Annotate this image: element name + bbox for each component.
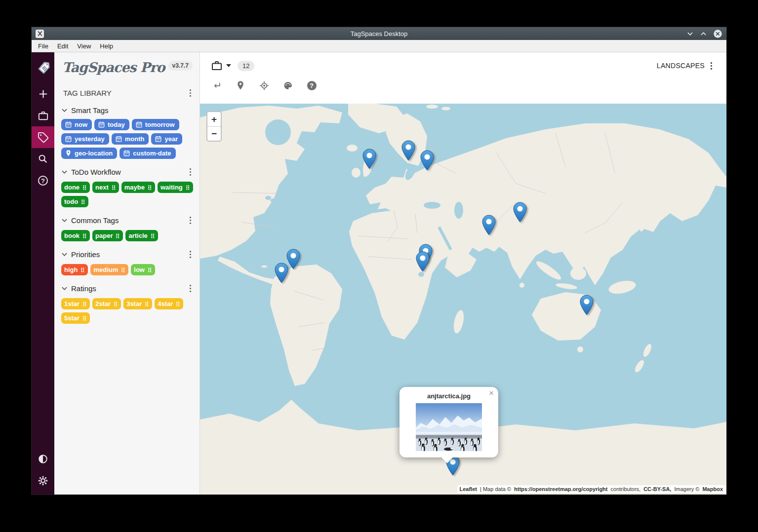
theme-toggle-button[interactable] <box>32 448 54 470</box>
tag-library-menu-button[interactable] <box>188 88 193 98</box>
tag-month[interactable]: month <box>112 133 149 145</box>
tag-2star[interactable]: 2star <box>92 298 121 309</box>
tag-menu-dots-icon[interactable] <box>82 232 87 239</box>
window-titlebar[interactable]: TagSpaces Desktop <box>32 27 726 40</box>
tag-menu-dots-icon[interactable] <box>113 301 118 307</box>
tag-menu-dots-icon[interactable] <box>82 184 87 191</box>
menu-bar: File Edit View Help <box>32 40 726 52</box>
tag-book[interactable]: book <box>61 230 90 241</box>
chevron-down-icon <box>61 218 68 223</box>
map-marker[interactable] <box>580 295 594 315</box>
window-minimize-button[interactable] <box>686 31 694 37</box>
tag-menu-dots-icon[interactable] <box>115 232 120 239</box>
tag-4star[interactable]: 4star <box>155 298 183 309</box>
map-marker[interactable] <box>482 215 496 235</box>
map-marker[interactable] <box>416 251 430 272</box>
location-selector-button[interactable] <box>211 60 231 72</box>
tag-menu-dots-icon[interactable] <box>150 232 155 239</box>
map-marker[interactable] <box>401 140 415 161</box>
perspective-menu-button[interactable] <box>709 61 714 71</box>
tag-now[interactable]: now <box>61 119 92 130</box>
return-arrow-icon <box>212 80 222 91</box>
popup-close-button[interactable]: × <box>489 388 494 398</box>
tag-done[interactable]: done <box>61 182 90 193</box>
group-ratings[interactable]: Ratings <box>54 278 199 296</box>
tag-yesterday[interactable]: yesterday <box>61 133 109 145</box>
locations-button[interactable] <box>32 105 54 126</box>
map-attribution: Leaflet | Map data © https://openstreetm… <box>457 485 726 493</box>
settings-button[interactable] <box>32 470 54 492</box>
menu-file[interactable]: File <box>34 41 53 51</box>
menu-edit[interactable]: Edit <box>53 41 73 51</box>
tag-menu-dots-icon[interactable] <box>185 184 190 191</box>
help-button[interactable]: ? <box>32 170 54 191</box>
osm-copyright-link[interactable]: https://openstreetmap.org/copyright <box>514 486 607 492</box>
map-marker[interactable] <box>286 249 300 269</box>
map-marker[interactable] <box>420 150 434 171</box>
map-marker[interactable] <box>362 149 376 169</box>
group-menu-button[interactable] <box>188 249 193 260</box>
leaflet-link[interactable]: Leaflet <box>460 486 477 492</box>
tag-paper[interactable]: paper <box>92 230 123 241</box>
window-maximize-button[interactable] <box>700 31 707 37</box>
world-map[interactable]: + − anjtarctica.jpg × <box>200 104 726 494</box>
create-new-button[interactable] <box>32 83 54 105</box>
tag-1star[interactable]: 1star <box>61 298 90 309</box>
map-marker[interactable] <box>275 263 288 283</box>
tag-waiting[interactable]: waiting <box>158 182 193 193</box>
popup-thumbnail-image[interactable] <box>416 403 482 451</box>
locate-button[interactable] <box>259 80 269 90</box>
go-back-button[interactable] <box>212 80 222 90</box>
group-menu-button[interactable] <box>188 283 193 294</box>
tag-menu-dots-icon[interactable] <box>80 198 85 205</box>
tag-medium[interactable]: medium <box>90 264 128 275</box>
group-todo-workflow[interactable]: ToDo Workflow <box>54 162 199 179</box>
zoom-out-button[interactable]: − <box>207 126 221 141</box>
tag-menu-dots-icon[interactable] <box>144 301 149 307</box>
tag-menu-dots-icon[interactable] <box>175 301 180 307</box>
group-menu-button[interactable] <box>188 167 193 177</box>
menu-view[interactable]: View <box>73 41 95 51</box>
tag-5star[interactable]: 5star <box>61 312 90 324</box>
tag-menu-dots-icon[interactable] <box>147 266 152 273</box>
tag-year[interactable]: year <box>151 133 182 145</box>
group-priorities[interactable]: Priorities <box>54 244 199 262</box>
menu-help[interactable]: Help <box>95 41 118 51</box>
zoom-in-button[interactable]: + <box>207 112 221 126</box>
add-location-button[interactable] <box>236 80 245 90</box>
search-button[interactable] <box>32 148 54 170</box>
tag-next[interactable]: next <box>92 182 119 193</box>
tag-3star[interactable]: 3star <box>123 298 152 309</box>
group-common-tags[interactable]: Common Tags <box>54 210 199 228</box>
tag-menu-dots-icon[interactable] <box>120 266 125 273</box>
tag-geo-location[interactable]: geo-location <box>61 148 117 159</box>
map-zoom-control: + − <box>206 111 222 142</box>
tag-low[interactable]: low <box>131 264 155 275</box>
tag-menu-dots-icon[interactable] <box>111 184 116 191</box>
tag-article[interactable]: article <box>125 230 158 241</box>
tag-label: 2star <box>95 300 111 307</box>
tag-menu-dots-icon[interactable] <box>80 266 85 273</box>
group-menu-button[interactable] <box>188 215 193 226</box>
ratings-tags-row: 1star 2star 3star 4star 5star <box>54 296 199 327</box>
tag-menu-dots-icon[interactable] <box>82 315 87 322</box>
tag-high[interactable]: high <box>61 264 88 275</box>
map-marker[interactable] <box>513 202 527 223</box>
group-smart-tags[interactable]: Smart Tags <box>54 101 199 116</box>
tag-label: now <box>75 121 87 128</box>
tag-todo[interactable]: todo <box>61 196 88 207</box>
tag-maybe[interactable]: maybe <box>121 182 155 193</box>
window-close-button[interactable] <box>713 29 722 38</box>
tag-today[interactable]: today <box>94 119 129 130</box>
version-badge: v3.7.7 <box>168 61 193 71</box>
mapbox-link[interactable]: Mapbox <box>702 486 723 492</box>
tag-custom-date[interactable]: custom-date <box>120 148 175 159</box>
tagspaces-logo-icon[interactable] <box>32 52 54 83</box>
perspective-help-button[interactable]: ? <box>307 80 317 90</box>
tag-tomorrow[interactable]: tomorrow <box>132 119 179 130</box>
tag-menu-dots-icon[interactable] <box>82 301 87 307</box>
briefcase-icon <box>211 60 223 72</box>
map-style-button[interactable] <box>283 80 293 90</box>
tag-library-button[interactable] <box>32 126 54 148</box>
tag-menu-dots-icon[interactable] <box>147 184 152 191</box>
